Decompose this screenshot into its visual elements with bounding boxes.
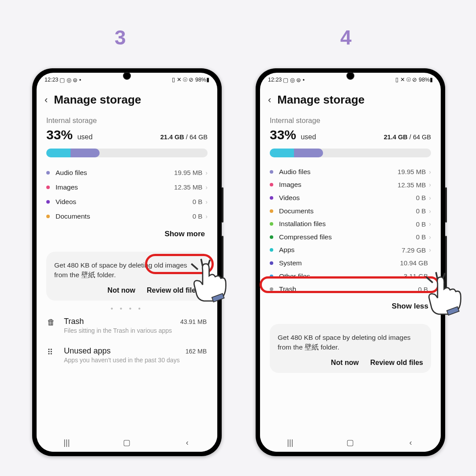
category-row-audio[interactable]: Audio files19.95 MB›	[270, 165, 431, 178]
page-title: Manage storage	[54, 93, 141, 107]
unused-size: 162 MB	[186, 348, 207, 355]
category-row-other[interactable]: Other files3.11 GB	[270, 270, 431, 283]
percent-used: 33% used	[46, 127, 93, 142]
show-less-button[interactable]: Show less	[270, 296, 431, 314]
phone-mockup-1: 12:23▢ ◎ ⊜ • ▯ ✕ ⦾ ⊘ 98%▮ ‹ Manage stora…	[32, 68, 222, 456]
review-button[interactable]: Review old files	[370, 359, 423, 367]
category-size: 19.95 MB	[398, 168, 426, 175]
category-size: 10.94 GB	[400, 259, 428, 267]
status-left-icons: ▢ ◎ ⊜ •	[283, 77, 305, 83]
chevron-right-icon: ›	[429, 208, 431, 215]
chevron-right-icon: ›	[205, 169, 208, 176]
nav-recents-icon[interactable]: |||	[62, 438, 71, 447]
category-row-install[interactable]: Installation files0 B›	[270, 217, 431, 231]
tip-card: Get 480 KB of space by deleting old imag…	[270, 324, 431, 373]
svg-rect-7	[447, 307, 459, 315]
status-time: 12:23	[268, 77, 282, 83]
chevron-right-icon: ›	[429, 234, 431, 241]
trash-size: 43.91 MB	[180, 318, 207, 325]
status-right-icons: ▯ ✕ ⦾ ⊘ 98%▮	[395, 76, 433, 83]
category-row-videos[interactable]: Videos0 B›	[46, 194, 208, 209]
category-label: Audio files	[56, 169, 174, 177]
category-size: 19.95 MB	[174, 169, 202, 176]
category-row-system[interactable]: System10.94 GB	[270, 257, 431, 270]
nav-recents-icon[interactable]: |||	[286, 438, 294, 447]
not-now-button[interactable]: Not now	[331, 359, 359, 367]
category-label: Images	[56, 183, 174, 191]
unused-apps-item[interactable]: ⠿ Unused apps162 MB Apps you haven't use…	[46, 340, 208, 370]
chevron-right-icon: ›	[429, 220, 431, 227]
color-dot	[270, 222, 273, 226]
chevron-right-icon: ›	[429, 194, 431, 201]
page-title: Manage storage	[277, 93, 364, 107]
category-size: 0 B	[416, 233, 426, 241]
nav-bar: ||| ▢ ‹	[260, 433, 441, 452]
category-size: 12.35 MB	[174, 183, 202, 191]
status-time: 12:23	[45, 77, 58, 83]
nav-bar: ||| ▢ ‹	[37, 433, 217, 452]
back-icon[interactable]: ‹	[45, 94, 48, 106]
category-label: Audio files	[279, 168, 398, 176]
category-size: 3.11 GB	[404, 272, 428, 280]
category-row-images[interactable]: Images12.35 MB›	[270, 178, 431, 192]
category-list-full: Audio files19.95 MB›Images12.35 MB›Video…	[270, 165, 431, 296]
camera-cutout	[346, 72, 354, 80]
color-dot	[270, 209, 273, 213]
color-dot	[270, 183, 273, 186]
category-row-apps[interactable]: Apps7.29 GB›	[270, 244, 431, 257]
status-left-icons: ▢ ◎ ⊜ •	[60, 77, 81, 83]
review-button[interactable]: Review old files	[147, 286, 200, 294]
category-label: Documents	[56, 212, 193, 220]
capacity: 21.4 GB / 64 GB	[384, 134, 431, 141]
category-row-documents[interactable]: Documents0 B›	[46, 209, 208, 223]
nav-back-icon[interactable]: ‹	[183, 438, 192, 447]
nav-home-icon[interactable]: ▢	[123, 438, 131, 447]
color-dot	[270, 170, 273, 174]
category-label: Videos	[56, 198, 193, 206]
category-label: Images	[279, 181, 398, 189]
step-number-3: 3	[115, 26, 126, 49]
category-size: 0 B	[416, 207, 426, 215]
category-label: System	[279, 259, 400, 267]
category-row-compressed[interactable]: Compressed files0 B›	[270, 231, 431, 244]
color-dot	[270, 287, 273, 291]
category-size: 0 B	[416, 220, 426, 228]
category-row-documents[interactable]: Documents0 B›	[270, 205, 431, 218]
chevron-right-icon: ›	[205, 198, 208, 205]
color-dot	[270, 248, 273, 252]
trash-item[interactable]: 🗑 Trash43.91 MB Files sitting in the Tra…	[46, 311, 208, 340]
category-size: 0 B	[416, 194, 426, 201]
category-size: 7.29 GB	[402, 246, 426, 254]
nav-back-icon[interactable]: ‹	[406, 438, 415, 447]
storage-subtitle: Internal storage	[270, 116, 431, 125]
category-size: 0 B	[418, 286, 428, 293]
category-list-short: Audio files19.95 MB›Images12.35 MB›Video…	[46, 165, 208, 223]
category-row-trash[interactable]: Trash0 B	[270, 283, 431, 296]
category-label: Compressed files	[279, 233, 416, 241]
category-row-audio[interactable]: Audio files19.95 MB›	[46, 165, 208, 180]
show-more-button[interactable]: Show more	[46, 223, 208, 242]
not-now-button[interactable]: Not now	[108, 286, 135, 294]
tip-text: Get 480 KB of space by deleting old imag…	[54, 260, 200, 279]
camera-cutout	[123, 72, 131, 80]
unused-title: Unused apps	[64, 346, 111, 356]
nav-home-icon[interactable]: ▢	[346, 438, 355, 447]
category-row-videos[interactable]: Videos0 B›	[270, 191, 431, 205]
category-size: 0 B	[193, 212, 203, 220]
chevron-right-icon: ›	[429, 181, 431, 188]
color-dot	[46, 200, 50, 204]
step-number-4: 4	[340, 26, 352, 49]
category-size: 12.35 MB	[398, 181, 426, 189]
color-dot	[46, 215, 50, 218]
category-row-images[interactable]: Images12.35 MB›	[46, 180, 208, 194]
trash-title: Trash	[64, 317, 84, 326]
category-label: Other files	[279, 272, 404, 280]
chevron-right-icon: ›	[429, 246, 431, 253]
category-label: Videos	[279, 194, 416, 202]
back-icon[interactable]: ‹	[268, 94, 271, 106]
chevron-right-icon: ›	[429, 168, 431, 175]
storage-bar	[270, 149, 431, 157]
unused-sub: Apps you haven't used in the past 30 day…	[64, 357, 207, 364]
color-dot	[270, 275, 273, 278]
color-dot	[270, 196, 273, 200]
